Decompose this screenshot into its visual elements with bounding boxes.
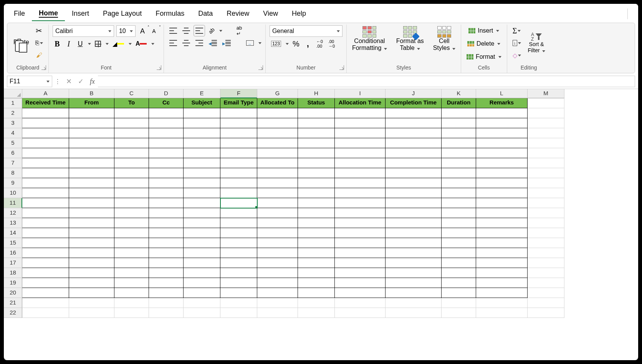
cell[interactable] (386, 178, 442, 188)
cell[interactable] (257, 268, 298, 278)
cell[interactable] (298, 218, 335, 228)
cell[interactable] (114, 158, 149, 168)
chevron-down-icon[interactable] (88, 43, 91, 45)
cell[interactable] (528, 228, 564, 238)
cell[interactable] (386, 258, 442, 268)
cell[interactable] (149, 228, 184, 238)
percent-button[interactable]: % (291, 38, 301, 49)
cell[interactable] (220, 158, 257, 168)
cell[interactable] (22, 198, 69, 208)
cell[interactable] (335, 218, 386, 228)
italic-button[interactable]: I (64, 38, 73, 49)
increase-font-button[interactable]: A˄ (138, 26, 147, 36)
cell[interactable] (184, 168, 220, 178)
cell[interactable] (184, 288, 220, 298)
cell[interactable] (149, 268, 184, 278)
cell[interactable] (298, 178, 335, 188)
cell[interactable] (114, 188, 149, 198)
cell[interactable] (442, 158, 476, 168)
cell[interactable] (528, 298, 564, 308)
cell[interactable] (69, 118, 114, 128)
cell[interactable] (149, 278, 184, 288)
column-header-L[interactable]: L (476, 89, 528, 98)
cell[interactable] (335, 188, 386, 198)
cell[interactable] (149, 138, 184, 148)
cell[interactable] (442, 118, 476, 128)
cell[interactable] (386, 298, 442, 308)
cell[interactable] (184, 268, 220, 278)
cell[interactable] (386, 168, 442, 178)
row-header-20[interactable]: 20 (4, 288, 22, 298)
cell[interactable] (386, 128, 442, 138)
tab-insert[interactable]: Insert (65, 7, 96, 21)
cell[interactable] (257, 278, 298, 288)
cell[interactable] (149, 298, 184, 308)
cell[interactable] (442, 108, 476, 118)
cell[interactable] (22, 248, 69, 258)
row-header-15[interactable]: 15 (4, 238, 22, 248)
cell[interactable] (114, 218, 149, 228)
cell[interactable] (476, 278, 528, 288)
cell[interactable]: Completion Time (386, 98, 442, 108)
cell[interactable] (22, 118, 69, 128)
row-header-10[interactable]: 10 (4, 188, 22, 198)
cell[interactable] (114, 178, 149, 188)
cell[interactable] (442, 298, 476, 308)
tab-view[interactable]: View (256, 7, 285, 21)
cell[interactable] (335, 278, 386, 288)
row-header-18[interactable]: 18 (4, 268, 22, 278)
cell[interactable] (114, 208, 149, 218)
cell[interactable] (22, 268, 69, 278)
cell-styles-button[interactable]: Cell Styles (432, 25, 457, 52)
cell[interactable] (298, 208, 335, 218)
cell[interactable] (257, 108, 298, 118)
enter-formula-button[interactable]: ✓ (75, 77, 87, 86)
cell[interactable] (257, 298, 298, 308)
cell[interactable] (184, 188, 220, 198)
cell[interactable] (528, 238, 564, 248)
cell[interactable] (22, 178, 69, 188)
cell[interactable] (220, 308, 257, 318)
column-header-E[interactable]: E (184, 89, 220, 98)
cell[interactable] (335, 238, 386, 248)
cell[interactable] (298, 118, 335, 128)
cell[interactable] (476, 228, 528, 238)
cell[interactable] (220, 188, 257, 198)
cell[interactable] (149, 238, 184, 248)
cell[interactable] (22, 148, 69, 158)
cell[interactable] (528, 168, 564, 178)
cell[interactable] (528, 268, 564, 278)
align-center-button[interactable] (181, 38, 192, 48)
row-header-11[interactable]: 11 (4, 198, 22, 208)
cell[interactable] (114, 128, 149, 138)
cell[interactable] (442, 148, 476, 158)
cell[interactable] (476, 288, 528, 298)
cell[interactable] (298, 278, 335, 288)
column-header-H[interactable]: H (298, 89, 335, 98)
cell[interactable]: Subject (184, 98, 220, 108)
cell[interactable] (220, 148, 257, 158)
cell[interactable]: Allocation Time (335, 98, 386, 108)
cell[interactable] (184, 228, 220, 238)
cell[interactable] (114, 308, 149, 318)
fx-icon[interactable]: fx (87, 78, 98, 86)
cell[interactable] (184, 218, 220, 228)
cell[interactable] (220, 268, 257, 278)
cell[interactable] (257, 118, 298, 128)
cell[interactable] (257, 158, 298, 168)
cell[interactable] (335, 158, 386, 168)
cell[interactable] (220, 278, 257, 288)
row-header-7[interactable]: 7 (4, 158, 22, 168)
ribbon-collapse-button[interactable] (627, 8, 635, 19)
cell[interactable] (442, 248, 476, 258)
cell[interactable] (149, 288, 184, 298)
dialog-launcher-icon[interactable] (41, 65, 46, 70)
cell[interactable] (335, 298, 386, 308)
cell[interactable] (114, 258, 149, 268)
cell[interactable] (257, 138, 298, 148)
cell[interactable] (22, 188, 69, 198)
formula-input[interactable] (98, 76, 635, 87)
cell[interactable] (442, 268, 476, 278)
cell[interactable] (476, 128, 528, 138)
align-right-button[interactable] (194, 38, 205, 48)
